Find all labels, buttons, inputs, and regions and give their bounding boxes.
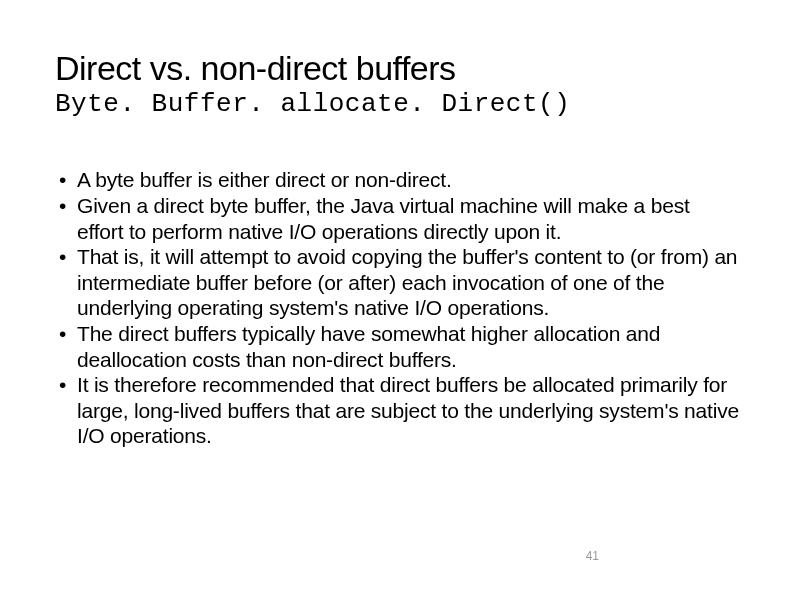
slide-content: A byte buffer is either direct or non-di… (55, 167, 739, 449)
page-number: 41 (586, 549, 599, 563)
bullet-item: The direct buffers typically have somewh… (59, 321, 739, 372)
bullet-item: A byte buffer is either direct or non-di… (59, 167, 739, 193)
slide-title: Direct vs. non-direct buffers (55, 50, 739, 87)
bullet-item: It is therefore recommended that direct … (59, 372, 739, 449)
bullet-item: Given a direct byte buffer, the Java vir… (59, 193, 739, 244)
slide-subtitle: Byte. Buffer. allocate. Direct() (55, 89, 739, 119)
bullet-item: That is, it will attempt to avoid copyin… (59, 244, 739, 321)
bullet-list: A byte buffer is either direct or non-di… (55, 167, 739, 449)
